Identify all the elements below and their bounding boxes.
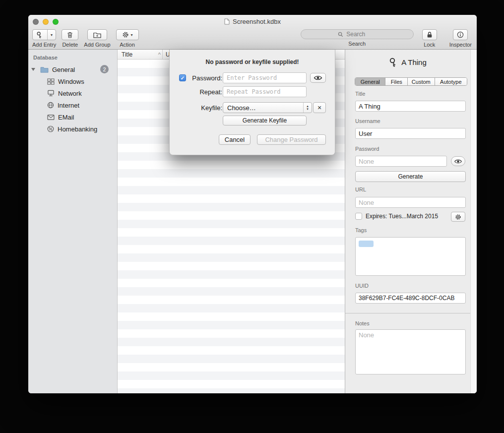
titlebar[interactable]: Screenshot.kdbx: [28, 15, 477, 28]
folder-plus-icon: [93, 32, 101, 38]
generate-keyfile-button[interactable]: Generate Keyfile: [223, 116, 307, 125]
tab-files[interactable]: Files: [385, 78, 408, 85]
keyfile-dropdown[interactable]: Choose… ▴▾: [223, 102, 312, 113]
reveal-password-button[interactable]: [451, 156, 465, 166]
window-title: Screenshot.kdbx: [233, 18, 281, 25]
sidebar-item-general[interactable]: General 2: [28, 63, 117, 75]
sidebar-item-label: General: [52, 66, 75, 73]
percent-icon: [47, 125, 54, 132]
notes-field[interactable]: [355, 329, 466, 374]
windows-icon: [47, 78, 55, 85]
dialog-password-input[interactable]: [223, 72, 307, 83]
folder-icon: [40, 66, 49, 73]
tab-custom[interactable]: Custom: [408, 78, 435, 85]
entry-title: A Thing: [401, 58, 427, 66]
section-divider: [345, 313, 470, 313]
sidebar-item-email[interactable]: EMail: [28, 111, 117, 123]
tags-box[interactable]: [355, 237, 466, 276]
inspector-tabs: General Files Custom Autotype: [355, 77, 467, 86]
expires-label: Expires: Tues...March 2015: [366, 213, 438, 220]
dialog-repeat-input[interactable]: [223, 86, 307, 97]
url-field[interactable]: [355, 197, 466, 208]
tab-autotype[interactable]: Autotype: [435, 78, 467, 85]
lock-label: Lock: [424, 42, 435, 48]
column-header-title[interactable]: Title ^: [118, 51, 162, 58]
inspector-toolbar-item: Inspector: [449, 29, 472, 48]
cancel-button[interactable]: Cancel: [219, 134, 251, 145]
sidebar-item-label: EMail: [58, 114, 74, 121]
stepper-icon: ▴▾: [303, 103, 312, 113]
info-icon: [457, 31, 464, 38]
lock-toolbar-item: Lock: [422, 29, 437, 48]
gear-icon: [455, 214, 461, 220]
notes-field-label: Notes: [355, 320, 370, 326]
tag-chip[interactable]: [359, 241, 374, 247]
add-group-button[interactable]: [87, 29, 107, 40]
expires-row: Expires: Tues...March 2015: [355, 213, 438, 220]
tab-general[interactable]: General: [355, 78, 385, 85]
add-entry-button[interactable]: ▾: [32, 29, 56, 40]
sidebar-item-internet[interactable]: Internet: [28, 99, 117, 111]
inspector-label: Inspector: [449, 42, 472, 48]
disclosure-triangle-icon[interactable]: [31, 68, 35, 71]
title-field[interactable]: [355, 101, 466, 112]
change-password-button[interactable]: Change Password: [257, 134, 326, 145]
sidebar-item-homebanking[interactable]: Homebanking: [28, 123, 117, 135]
desktop-background: Screenshot.kdbx ▾ Add Entry: [0, 0, 504, 433]
search-field[interactable]: [301, 29, 414, 39]
delete-toolbar-item: Delete: [62, 29, 78, 48]
search-icon: [338, 32, 343, 37]
dialog-message: No password or keyfile supplied!: [170, 59, 335, 65]
uuid-field[interactable]: [355, 293, 466, 304]
sort-ascending-icon: ^: [158, 52, 161, 58]
window-chrome: Screenshot.kdbx ▾ Add Entry: [28, 15, 477, 50]
action-toolbar-item: ▾ Action: [116, 29, 139, 48]
globe-icon: [47, 102, 54, 109]
sidebar-item-label: Network: [58, 90, 82, 97]
lock-button[interactable]: [422, 29, 437, 40]
add-entry-toolbar-item: ▾ Add Entry: [32, 29, 56, 48]
keyfile-dropdown-value: Choose…: [227, 104, 256, 112]
url-field-label: URL: [355, 186, 366, 192]
action-dropdown-arrow: ▾: [131, 33, 133, 37]
password-field[interactable]: [355, 156, 447, 167]
username-field[interactable]: [355, 128, 466, 139]
key-icon: [389, 58, 397, 67]
password-dialog: No password or keyfile supplied! ✓ Passw…: [169, 50, 335, 155]
search-label: Search: [348, 41, 366, 47]
action-button[interactable]: ▾: [116, 29, 139, 40]
expires-settings-button[interactable]: [451, 212, 465, 222]
sidebar-item-label: Homebanking: [58, 125, 97, 133]
delete-button[interactable]: [62, 29, 78, 40]
search-toolbar-item: Search: [301, 29, 414, 47]
generate-password-button[interactable]: Generate: [355, 171, 466, 182]
dialog-keyfile-label: Keyfile:: [188, 104, 222, 112]
sidebar-item-label: Windows: [58, 78, 84, 85]
gear-icon: [122, 31, 129, 38]
expires-checkbox[interactable]: [355, 213, 362, 220]
dialog-reveal-password-button[interactable]: [310, 73, 326, 83]
username-field-label: Username: [355, 118, 380, 124]
sidebar-item-windows[interactable]: Windows: [28, 75, 117, 87]
password-checkbox[interactable]: ✓: [179, 74, 186, 81]
envelope-icon: [47, 115, 55, 120]
action-label: Action: [120, 42, 135, 48]
toolbar: ▾ Add Entry Delete: [28, 28, 477, 50]
app-window: Screenshot.kdbx ▾ Add Entry: [28, 15, 477, 393]
delete-label: Delete: [62, 42, 78, 48]
add-group-toolbar-item: Add Group: [84, 29, 110, 48]
dialog-repeat-label: Repeat:: [188, 88, 222, 96]
toolbar-right-group: Search Lock: [301, 29, 472, 48]
tags-field-label: Tags: [355, 227, 367, 233]
inspector-scrollbar[interactable]: [470, 50, 477, 393]
inspector-button[interactable]: [453, 29, 468, 40]
sidebar-item-network[interactable]: Network: [28, 87, 117, 99]
eye-icon: [314, 75, 322, 81]
sidebar-section-header: Database: [28, 50, 117, 63]
uuid-field-label: UUID: [355, 283, 369, 289]
search-input[interactable]: [345, 30, 376, 38]
title-field-label: Title: [355, 91, 365, 97]
entry-count-badge: 2: [100, 65, 109, 73]
add-entry-dropdown-arrow[interactable]: ▾: [47, 30, 56, 40]
keyfile-clear-button[interactable]: ×: [313, 102, 326, 113]
